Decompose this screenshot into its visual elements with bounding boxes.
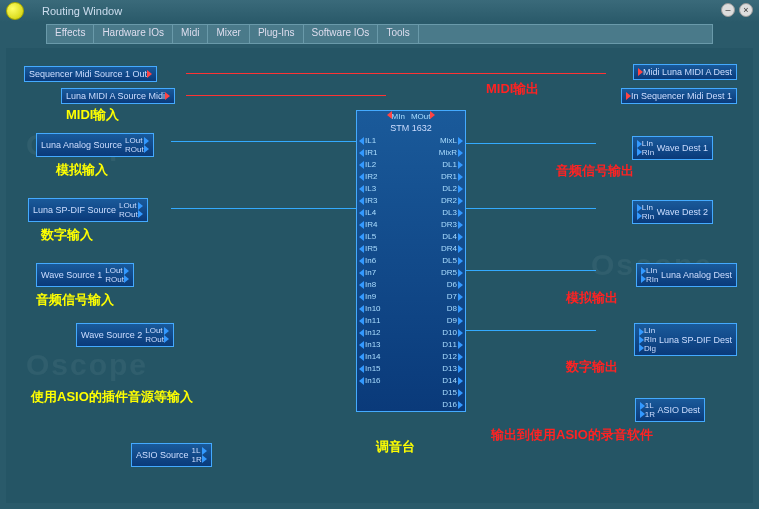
routing-canvas[interactable]: Oscope Oscope Oscope Sequencer Midi Sour… — [6, 48, 753, 503]
out-pin-icon[interactable] — [138, 202, 143, 210]
mixer-pin[interactable]: MixL — [440, 135, 463, 147]
tab-effects[interactable]: Effects — [47, 25, 94, 43]
label-audio-out: 音频信号输出 — [556, 162, 634, 180]
mixer-pin[interactable]: D14 — [442, 375, 463, 387]
mixer-pin[interactable]: DL2 — [442, 183, 463, 195]
out-pin-icon[interactable] — [164, 335, 169, 343]
mixer-pin[interactable]: IR3 — [359, 195, 381, 207]
out-pin-icon[interactable] — [147, 70, 152, 78]
mixer-pin[interactable]: D16 — [442, 399, 463, 411]
mixer-pin[interactable]: IR1 — [359, 147, 381, 159]
node-mixer-stm1632[interactable]: MInMOut STM 1632 IL1IR1IL2IR2IL3IR3IL4IR… — [356, 110, 466, 412]
node-label: In Sequencer Midi Dest 1 — [631, 91, 732, 101]
node-luna-analog-source[interactable]: Luna Analog Source LOutROut — [36, 133, 154, 157]
mixer-pin[interactable]: IR2 — [359, 171, 381, 183]
mixer-pin[interactable]: In15 — [359, 363, 381, 375]
tab-software-ios[interactable]: Software IOs — [304, 25, 379, 43]
out-pin-icon[interactable] — [430, 111, 435, 119]
node-luna-spdif-source[interactable]: Luna SP-DIF Source LOutROut — [28, 198, 148, 222]
node-luna-midi-source[interactable]: Luna MIDI A Source Midi — [61, 88, 175, 104]
mixer-pin[interactable]: IR5 — [359, 243, 381, 255]
mixer-pin[interactable]: MixR — [439, 147, 463, 159]
node-wave-source-2[interactable]: Wave Source 2 LOutROut — [76, 323, 174, 347]
mixer-pin[interactable]: IR4 — [359, 219, 381, 231]
mixer-pin[interactable]: IL2 — [359, 159, 381, 171]
out-pin-icon[interactable] — [202, 455, 207, 463]
mixer-pin[interactable]: D8 — [447, 303, 463, 315]
pin-label: MOut — [411, 112, 431, 121]
mixer-pin[interactable]: In10 — [359, 303, 381, 315]
mixer-pin[interactable]: In14 — [359, 351, 381, 363]
mixer-pin[interactable]: IL3 — [359, 183, 381, 195]
mixer-title: STM 1632 — [357, 121, 465, 135]
mixer-pin[interactable]: In11 — [359, 315, 381, 327]
pin-label: LOut — [119, 201, 138, 210]
out-pin-icon[interactable] — [144, 145, 149, 153]
wire — [171, 208, 356, 209]
mixer-pin[interactable]: DL1 — [442, 159, 463, 171]
out-pin-icon[interactable] — [124, 275, 129, 283]
out-pin-icon[interactable] — [124, 267, 129, 275]
label-analog-in: 模拟输入 — [56, 161, 108, 179]
mixer-pin[interactable]: IL1 — [359, 135, 381, 147]
mixer-pin[interactable]: D7 — [447, 291, 463, 303]
close-icon[interactable]: × — [739, 3, 753, 17]
node-seq-midi-dest[interactable]: In Sequencer Midi Dest 1 — [621, 88, 737, 104]
node-luna-spdif-dest[interactable]: LInRInDig Luna SP-DIF Dest — [634, 323, 737, 356]
tab-mixer[interactable]: Mixer — [208, 25, 249, 43]
mixer-pin[interactable]: In9 — [359, 291, 381, 303]
wire — [466, 208, 596, 209]
mixer-pin[interactable]: DR1 — [441, 171, 463, 183]
tab-midi[interactable]: Midi — [173, 25, 208, 43]
node-wave-source-1[interactable]: Wave Source 1 LOutROut — [36, 263, 134, 287]
mixer-pin[interactable]: D6 — [447, 279, 463, 291]
mixer-pin[interactable]: In7 — [359, 267, 381, 279]
mixer-pin[interactable]: D11 — [442, 339, 463, 351]
app-logo-icon — [6, 2, 24, 20]
node-asio-dest[interactable]: 1L1R ASIO Dest — [635, 398, 705, 422]
mixer-pin[interactable]: IL5 — [359, 231, 381, 243]
out-pin-icon[interactable] — [138, 210, 143, 218]
node-midi-luna-dest[interactable]: Midi Luna MIDI A Dest — [633, 64, 737, 80]
node-label: Midi Luna MIDI A Dest — [643, 67, 732, 77]
out-pin-icon[interactable] — [144, 137, 149, 145]
mixer-pin[interactable]: DR4 — [441, 243, 463, 255]
mixer-pin[interactable]: In16 — [359, 375, 381, 387]
mixer-pin[interactable]: DR3 — [441, 219, 463, 231]
mixer-pin[interactable]: In12 — [359, 327, 381, 339]
node-seq-midi-source[interactable]: Sequencer Midi Source 1 Out — [24, 66, 157, 82]
tab-tools[interactable]: Tools — [378, 25, 418, 43]
pin-label: LIn — [646, 266, 658, 275]
node-wave-dest-1[interactable]: LInRIn Wave Dest 1 — [632, 136, 713, 160]
mixer-pin[interactable]: In6 — [359, 255, 381, 267]
node-wave-dest-2[interactable]: LInRIn Wave Dest 2 — [632, 200, 713, 224]
mixer-pin[interactable]: D13 — [442, 363, 463, 375]
mixer-pin[interactable]: D12 — [442, 351, 463, 363]
mixer-pin[interactable]: D10 — [442, 327, 463, 339]
pin-label: Dig — [644, 344, 656, 353]
mixer-pin[interactable]: IL4 — [359, 207, 381, 219]
tab-hardware-ios[interactable]: Hardware IOs — [94, 25, 173, 43]
label-midi-in: MIDI输入 — [66, 106, 119, 124]
mixer-pin[interactable]: D9 — [447, 315, 463, 327]
pin-label: LOut — [125, 136, 144, 145]
minimize-icon[interactable]: – — [721, 3, 735, 17]
mixer-pin[interactable]: DR5 — [441, 267, 463, 279]
tab-plugins[interactable]: Plug-Ins — [250, 25, 304, 43]
pin-label: ROut — [119, 210, 138, 219]
mixer-pin[interactable]: DL5 — [442, 255, 463, 267]
out-pin-icon[interactable] — [164, 327, 169, 335]
mixer-pin[interactable]: In13 — [359, 339, 381, 351]
pin-label: RIn — [642, 148, 654, 157]
pin-label: ROut — [125, 145, 144, 154]
mixer-pin[interactable]: D15 — [442, 387, 463, 399]
mixer-pin[interactable]: DL4 — [442, 231, 463, 243]
mixer-pin[interactable]: DR2 — [441, 195, 463, 207]
out-pin-icon[interactable] — [202, 447, 207, 455]
label-mixer: 调音台 — [376, 438, 415, 456]
mixer-pin[interactable]: In8 — [359, 279, 381, 291]
out-pin-icon[interactable] — [165, 92, 170, 100]
node-asio-source[interactable]: ASIO Source 1L1R — [131, 443, 212, 467]
node-luna-analog-dest[interactable]: LInRIn Luna Analog Dest — [636, 263, 737, 287]
mixer-pin[interactable]: DL3 — [442, 207, 463, 219]
